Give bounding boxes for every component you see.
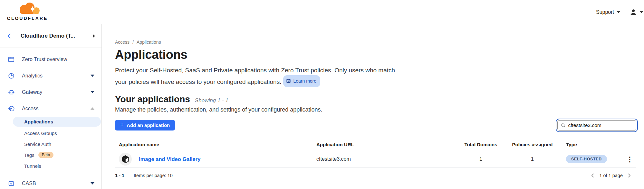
sidebar-item-analytics[interactable]: Analytics xyxy=(0,68,101,84)
previous-page-icon[interactable] xyxy=(590,173,595,178)
sidebar-item-zero-trust-overview[interactable]: Zero Trust overview xyxy=(0,51,101,68)
search-input[interactable] xyxy=(568,122,633,128)
divider xyxy=(129,172,129,179)
chevron-down-icon[interactable] xyxy=(91,182,94,184)
user-icon xyxy=(630,8,637,16)
browser-window-icon xyxy=(8,56,15,63)
items-per-page: Items per page: 10 xyxy=(134,173,173,178)
col-application-url: Application URL xyxy=(312,142,459,147)
sidebar-item-access-groups[interactable]: Access Groups xyxy=(0,128,101,139)
col-type: Type xyxy=(562,142,623,147)
application-cube-icon xyxy=(119,153,132,166)
application-name-link[interactable]: Image and Video Gallery xyxy=(139,156,200,162)
col-application-name: Application name xyxy=(115,142,312,147)
chevron-down-icon xyxy=(639,11,643,13)
section-title: Your applications xyxy=(115,94,190,104)
type-badge: SELF-HOSTED xyxy=(566,155,607,163)
add-application-label: Add an application xyxy=(127,122,170,128)
expand-account-icon[interactable] xyxy=(93,34,95,38)
sidebar-item-label: Analytics xyxy=(22,73,83,79)
learn-more-label: Learn more xyxy=(293,76,316,86)
support-label: Support xyxy=(596,9,614,15)
cloudflare-logo[interactable]: CLOUDFLARE xyxy=(6,2,49,22)
learn-more-badge[interactable]: Learn more xyxy=(283,75,320,87)
description-text: Protect your Self-Hosted, SaaS and Priva… xyxy=(115,67,395,85)
login-arrow-icon xyxy=(8,105,15,112)
showing-count: Showing 1 - 1 xyxy=(195,97,228,104)
breadcrumb-separator: / xyxy=(132,40,134,45)
sub-item-label: Access Groups xyxy=(24,130,57,136)
col-total-domains: Total Domains xyxy=(459,142,503,147)
col-policies-assigned: Policies assigned xyxy=(503,142,562,147)
sub-item-label: Tags xyxy=(24,152,34,158)
sidebar-item-label: Zero Trust overview xyxy=(22,57,94,62)
page-title: Applications xyxy=(115,48,636,62)
breadcrumb-applications[interactable]: Applications xyxy=(137,40,161,45)
table-row: Image and Video Gallery cftestsite3.com … xyxy=(115,151,636,167)
gateway-icon xyxy=(8,89,15,96)
chevron-down-icon xyxy=(617,11,620,13)
check-box-icon xyxy=(8,180,15,187)
support-menu[interactable]: Support xyxy=(596,9,620,15)
policies-assigned-cell: 1 xyxy=(503,156,562,162)
user-menu[interactable] xyxy=(630,8,643,16)
items-range: 1 - 1 xyxy=(115,173,124,178)
sidebar-item-label: CASB xyxy=(22,181,83,186)
cloudflare-wordmark: CLOUDFLARE xyxy=(6,16,49,21)
next-page-icon[interactable] xyxy=(627,173,632,178)
chevron-up-icon[interactable] xyxy=(91,107,94,110)
pie-chart-icon xyxy=(8,72,15,79)
sidebar-item-service-auth[interactable]: Service Auth xyxy=(0,139,101,149)
sidebar-nav: Zero Trust overview Analytics Gateway xyxy=(0,48,101,189)
sidebar-item-casb[interactable]: CASB xyxy=(0,175,101,189)
back-arrow-icon[interactable] xyxy=(7,33,14,39)
row-actions-kebab-icon[interactable]: ⋮ xyxy=(623,156,636,163)
main-content: Access / Applications Applications Prote… xyxy=(102,24,644,189)
sidebar-item-access[interactable]: Access xyxy=(0,100,101,117)
account-switcher[interactable]: Cloudflare Demo (T... xyxy=(0,24,101,48)
applications-table: Application name Application URL Total D… xyxy=(115,138,636,167)
search-box xyxy=(557,120,636,130)
search-icon xyxy=(561,123,565,128)
beta-badge: Beta xyxy=(38,152,54,158)
sub-item-label: Tunnels xyxy=(24,163,41,169)
plus-icon: + xyxy=(120,122,124,128)
sub-item-label: Service Auth xyxy=(24,141,51,147)
add-application-button[interactable]: + Add an application xyxy=(115,120,175,130)
account-name: Cloudflare Demo (T... xyxy=(21,33,86,39)
cloudflare-cloud-icon xyxy=(12,2,43,15)
page-info: 1 of 1 page xyxy=(599,173,623,178)
breadcrumb: Access / Applications xyxy=(115,40,636,45)
chevron-down-icon[interactable] xyxy=(91,75,94,77)
application-url-cell: cftestsite3.com xyxy=(312,156,459,162)
total-domains-cell: 1 xyxy=(459,156,503,162)
top-header: CLOUDFLARE Support xyxy=(0,0,644,24)
sidebar-item-applications[interactable]: Applications xyxy=(13,117,101,127)
sidebar-item-label: Gateway xyxy=(22,89,83,95)
page-description: Protect your Self-Hosted, SaaS and Priva… xyxy=(115,66,400,87)
chevron-down-icon[interactable] xyxy=(91,91,94,93)
sidebar: Cloudflare Demo (T... Zero Trust overvie… xyxy=(0,24,102,189)
section-subtitle: Manage the policies, authentication, and… xyxy=(115,106,636,113)
book-icon xyxy=(286,79,291,83)
sidebar-item-tags[interactable]: Tags Beta xyxy=(0,149,101,160)
table-header-row: Application name Application URL Total D… xyxy=(115,138,636,151)
sub-item-label: Applications xyxy=(24,119,53,124)
breadcrumb-access[interactable]: Access xyxy=(115,40,130,45)
sidebar-item-label: Access xyxy=(22,106,83,112)
pagination-bar: 1 - 1 Items per page: 10 1 of 1 page xyxy=(115,172,636,179)
sidebar-item-gateway[interactable]: Gateway xyxy=(0,84,101,100)
sidebar-item-tunnels[interactable]: Tunnels xyxy=(0,160,101,171)
access-subnav: Applications Access Groups Service Auth … xyxy=(0,117,101,171)
